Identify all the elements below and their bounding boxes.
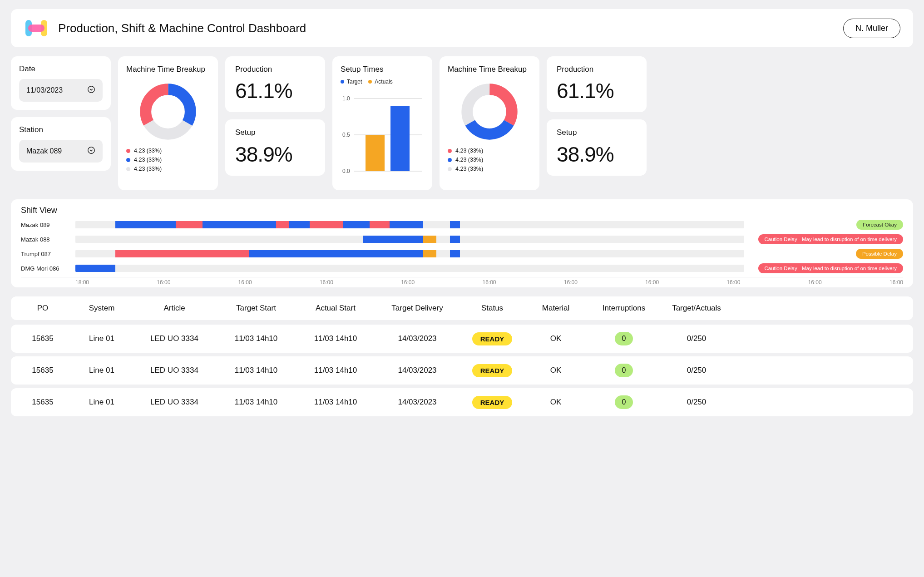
table-row[interactable]: 15635 Line 01 LED UO 3334 11/03 14h10 11… [11, 356, 913, 385]
shift-timeline[interactable] [75, 236, 744, 243]
y-tick: 0.0 [342, 168, 350, 174]
station-select[interactable]: Mazak 089 [19, 140, 103, 163]
stat-value: 38.9% [235, 142, 315, 167]
card-title: Machine Time Breakup [126, 64, 210, 74]
production-card-2: Production 61.1% [547, 56, 647, 112]
y-tick: 1.0 [342, 95, 350, 102]
cell-status: READY [460, 396, 524, 409]
interruptions-pill: 0 [615, 332, 633, 345]
setup-times-card: Setup Times Target Actuals 1.0 0.5 0.0 [332, 56, 432, 190]
col-po: PO [15, 304, 70, 313]
table-row[interactable]: 15635 Line 01 LED UO 3334 11/03 14h10 11… [11, 388, 913, 416]
col-status: Status [460, 304, 524, 313]
shift-machine: DMG Mori 086 [21, 265, 71, 272]
cell-material: OK [524, 366, 588, 375]
col-target-delivery: Target Delivery [374, 304, 460, 313]
shift-machine: Mazak 088 [21, 236, 71, 243]
card-title: Setup Times [341, 64, 424, 74]
chevron-down-icon [87, 85, 95, 95]
cell-interruptions: 0 [588, 364, 660, 377]
status-pill: READY [472, 396, 513, 409]
cell-article: LED UO 3334 [133, 398, 215, 407]
cell-target-delivery: 14/03/2023 [374, 366, 460, 375]
bar-chart: 1.0 0.5 0.0 [341, 88, 424, 182]
chevron-down-icon [87, 146, 95, 156]
interruptions-pill: 0 [615, 395, 633, 409]
card-title: Machine Time Breakup [448, 64, 531, 74]
col-target-start: Target Start [215, 304, 297, 313]
legend-dot-icon [341, 80, 344, 84]
legend-dot-icon [448, 149, 452, 153]
stat-label: Setup [557, 128, 637, 137]
shift-title: Shift View [21, 206, 903, 215]
cell-target-delivery: 14/03/2023 [374, 334, 460, 343]
col-interruptions: Interruptions [588, 304, 660, 313]
legend-row: 4.23 (33%) [448, 148, 531, 154]
legend-dot-icon [448, 167, 452, 171]
cell-target-start: 11/03 14h10 [215, 334, 297, 343]
shift-timeline[interactable] [75, 265, 744, 272]
status-pill: READY [472, 332, 513, 345]
station-value: Mazak 089 [26, 147, 62, 155]
stat-value: 61.1% [235, 79, 315, 103]
header-bar: Production, Shift & Machine Control Dash… [11, 9, 913, 47]
status-badge: Caution Delay - May lead to disruption o… [758, 263, 903, 273]
donut-chart-2 [448, 79, 531, 148]
legend-dot-icon [368, 80, 372, 84]
date-select[interactable]: 11/03/2023 [19, 79, 103, 102]
cell-actual-start: 11/03 14h10 [297, 366, 374, 375]
legend-row: 4.23 (33%) [448, 166, 531, 172]
cell-article: LED UO 3334 [133, 366, 215, 375]
status-badge: Possible Delay [856, 249, 903, 259]
cell-material: OK [524, 334, 588, 343]
y-tick: 0.5 [342, 132, 350, 138]
cell-po: 15635 [15, 366, 70, 375]
status-pill: READY [472, 364, 513, 377]
shift-view-card: Shift View Mazak 089 Forecast Okay Mazak… [11, 199, 913, 287]
legend-row: 4.23 (33%) [126, 157, 210, 163]
app-logo-icon [24, 17, 49, 39]
date-value: 11/03/2023 [26, 86, 63, 94]
station-card: Station Mazak 089 [11, 117, 111, 171]
shift-timeline[interactable] [75, 221, 744, 228]
cell-actual-start: 11/03 14h10 [297, 398, 374, 407]
col-article: Article [133, 304, 215, 313]
shift-row: DMG Mori 086 Caution Delay - May lead to… [21, 262, 903, 274]
production-card-1: Production 61.1% [225, 56, 325, 112]
cell-target-actuals: 0/250 [660, 334, 733, 343]
legend-dot-icon [126, 167, 130, 171]
cell-target-start: 11/03 14h10 [215, 398, 297, 407]
date-card: Date 11/03/2023 [11, 56, 111, 110]
shift-row: Mazak 089 Forecast Okay [21, 219, 903, 231]
cell-target-delivery: 14/03/2023 [374, 398, 460, 407]
stat-label: Production [235, 64, 315, 74]
legend-dot-icon [126, 158, 130, 162]
interruptions-pill: 0 [615, 364, 633, 377]
donut-legend-1: 4.23 (33%) 4.23 (33%) 4.23 (33%) [126, 148, 210, 172]
cell-po: 15635 [15, 398, 70, 407]
col-actual-start: Actual Start [297, 304, 374, 313]
cell-system: Line 01 [70, 334, 133, 343]
shift-timeline[interactable] [75, 250, 744, 257]
table-row[interactable]: 15635 Line 01 LED UO 3334 11/03 14h10 11… [11, 325, 913, 353]
svg-rect-12 [390, 106, 410, 171]
status-badge: Caution Delay - May lead to disruption o… [758, 234, 903, 244]
svg-rect-2 [28, 25, 44, 32]
machine-time-card-1: Machine Time Breakup 4.23 (33%) 4.23 (33… [118, 56, 218, 190]
svg-point-3 [88, 86, 94, 93]
shift-row: Mazak 088 Caution Delay - May lead to di… [21, 233, 903, 245]
bar-legend: Target Actuals [341, 79, 424, 85]
col-target-actuals: Target/Actuals [660, 304, 733, 313]
shift-machine: Mazak 089 [21, 222, 71, 228]
shift-row: Trumpf 087 Possible Delay [21, 248, 903, 260]
user-chip[interactable]: N. Muller [843, 19, 900, 38]
cell-material: OK [524, 398, 588, 407]
shift-machine: Trumpf 087 [21, 251, 71, 257]
stat-label: Production [557, 64, 637, 74]
cell-system: Line 01 [70, 366, 133, 375]
svg-rect-11 [366, 135, 385, 171]
setup-card-2: Setup 38.9% [547, 119, 647, 175]
cell-article: LED UO 3334 [133, 334, 215, 343]
page-title: Production, Shift & Machine Control Dash… [58, 21, 306, 35]
kpi-row: Date 11/03/2023 Station Mazak 089 Machin… [11, 56, 913, 190]
